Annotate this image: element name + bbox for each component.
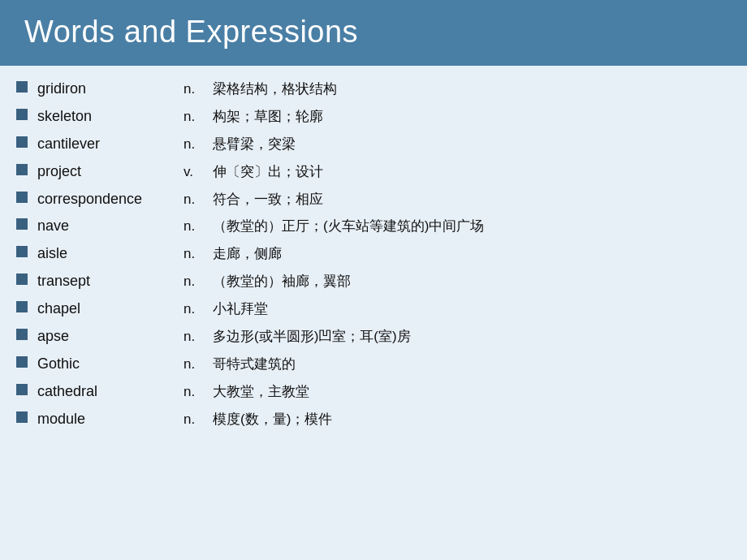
slide-content: gridironn.梁格结构，格状结构skeletonn.构架；草图；轮廓can… xyxy=(0,66,747,560)
word-pos: n. xyxy=(184,409,208,430)
word-pos: n. xyxy=(184,354,208,375)
word-pos: n. xyxy=(184,271,208,292)
slide-title: Words and Expressions xyxy=(24,15,723,50)
list-item: Gothicn.哥特式建筑的 xyxy=(16,351,731,378)
word-pos: n. xyxy=(184,106,208,127)
bullet-icon xyxy=(16,164,28,175)
bullet-icon xyxy=(16,109,28,120)
bullet-icon xyxy=(16,246,28,257)
list-item: chapeln.小礼拜堂 xyxy=(16,295,731,323)
word-pos: n. xyxy=(184,79,208,100)
list-item: apsen.多边形(或半圆形)凹室；耳(室)房 xyxy=(16,323,731,351)
word-definition: （教堂的）正厅；(火车站等建筑的)中间广场 xyxy=(213,216,484,237)
slide-header: Words and Expressions xyxy=(0,0,747,66)
word-definition: 梁格结构，格状结构 xyxy=(213,79,337,100)
word-definition: 构架；草图；轮廓 xyxy=(213,106,323,127)
word-english: cathedral xyxy=(37,381,184,403)
word-pos: n. xyxy=(184,299,208,320)
slide: dittopicturewho Words and Expressions gr… xyxy=(0,0,747,560)
list-item: modulen.模度(数，量)；模件 xyxy=(16,406,731,433)
word-pos: n. xyxy=(184,216,208,237)
list-item: transeptn.（教堂的）袖廊，翼部 xyxy=(16,268,731,295)
list-item: cantilevern.悬臂梁，突梁 xyxy=(16,131,731,158)
word-definition: 伸〔突〕出；设计 xyxy=(213,162,323,183)
list-item: aislen.走廊，侧廊 xyxy=(16,240,731,268)
word-english: module xyxy=(37,408,184,431)
word-english: Gothic xyxy=(37,353,184,376)
word-pos: n. xyxy=(184,381,208,403)
word-definition: 小礼拜堂 xyxy=(213,299,268,320)
word-definition: 符合，一致；相应 xyxy=(213,189,323,210)
word-definition: 悬臂梁，突梁 xyxy=(213,134,296,155)
list-item: skeletonn.构架；草图；轮廓 xyxy=(16,103,731,131)
bullet-icon xyxy=(16,136,28,148)
list-item: cathedraln.大教堂，主教堂 xyxy=(16,378,731,406)
list-item: projectv.伸〔突〕出；设计 xyxy=(16,158,731,186)
word-english: chapel xyxy=(37,298,184,321)
bullet-icon xyxy=(16,274,28,285)
word-english: gridiron xyxy=(37,78,184,101)
word-definition: （教堂的）袖廊，翼部 xyxy=(213,271,351,292)
bullet-icon xyxy=(16,356,28,368)
word-english: nave xyxy=(37,215,184,238)
bullet-icon xyxy=(16,411,28,423)
word-english: transept xyxy=(37,270,184,293)
bullet-icon xyxy=(16,329,28,340)
list-item: naven.（教堂的）正厅；(火车站等建筑的)中间广场 xyxy=(16,213,731,240)
word-pos: n. xyxy=(184,134,208,155)
word-definition: 走廊，侧廊 xyxy=(213,243,282,265)
word-pos: v. xyxy=(184,162,208,183)
word-definition: 模度(数，量)；模件 xyxy=(213,409,332,430)
bullet-icon xyxy=(16,301,28,312)
bullet-icon xyxy=(16,192,28,203)
word-pos: n. xyxy=(184,243,208,265)
bullet-icon xyxy=(16,218,28,230)
list-item: gridironn.梁格结构，格状结构 xyxy=(16,75,731,103)
bullet-icon xyxy=(16,384,28,395)
word-english: cantilever xyxy=(37,133,184,156)
word-definition: 大教堂，主教堂 xyxy=(213,381,309,403)
word-english: skeleton xyxy=(37,106,184,128)
word-definition: 多边形(或半圆形)凹室；耳(室)房 xyxy=(213,326,411,347)
word-pos: n. xyxy=(184,326,208,347)
word-english: apse xyxy=(37,325,184,348)
word-english: project xyxy=(37,161,184,183)
word-english: correspondence xyxy=(37,188,184,211)
word-pos: n. xyxy=(184,189,208,210)
word-list: gridironn.梁格结构，格状结构skeletonn.构架；草图；轮廓can… xyxy=(16,75,731,433)
list-item: correspondencen.符合，一致；相应 xyxy=(16,186,731,213)
bullet-icon xyxy=(16,81,28,93)
word-english: aisle xyxy=(37,243,184,265)
word-definition: 哥特式建筑的 xyxy=(213,354,296,375)
